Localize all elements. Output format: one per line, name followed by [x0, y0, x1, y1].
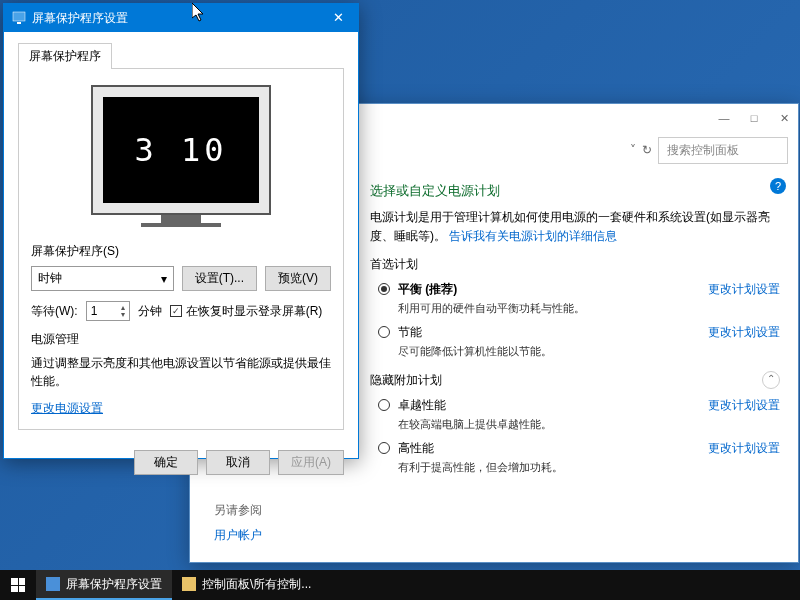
windows-logo-icon	[11, 578, 25, 592]
refresh-icon[interactable]: ↻	[642, 143, 652, 157]
dropdown-icon[interactable]: ˅	[630, 143, 636, 157]
screensaver-preview: 3 10	[81, 85, 281, 227]
resume-logon-checkbox[interactable]: ✓ 在恢复时显示登录屏幕(R)	[170, 303, 323, 320]
minimize-button[interactable]: —	[718, 112, 730, 124]
see-also-label: 另请参阅	[214, 502, 262, 519]
maximize-button[interactable]: □	[748, 112, 760, 124]
plan-name: 平衡 (推荐)	[398, 281, 708, 298]
apply-button[interactable]: 应用(A)	[278, 450, 344, 475]
power-plan-row: 高性能 有利于提高性能，但会增加功耗。 更改计划设置	[378, 440, 780, 475]
preview-button[interactable]: 预览(V)	[265, 266, 331, 291]
plan-name: 高性能	[398, 440, 708, 457]
titlebar[interactable]: 屏幕保护程序设置 ✕	[4, 4, 358, 32]
app-icon	[12, 11, 26, 25]
screensaver-select[interactable]: 时钟 ▾	[31, 266, 174, 291]
checkbox-icon: ✓	[170, 305, 182, 317]
taskbar-item-screensaver[interactable]: 屏幕保护程序设置	[36, 570, 172, 600]
wait-label: 等待(W):	[31, 303, 78, 320]
wait-unit-label: 分钟	[138, 303, 162, 320]
plan-radio[interactable]	[378, 283, 390, 295]
page-heading: 选择或自定义电源计划	[370, 182, 780, 200]
watermark: Yuucn.com	[720, 548, 790, 564]
change-plan-link[interactable]: 更改计划设置	[708, 397, 780, 414]
power-management-description: 通过调整显示亮度和其他电源设置以节省能源或提供最佳性能。	[31, 354, 331, 390]
preferred-plans-label: 首选计划	[370, 256, 780, 273]
dialog-title: 屏幕保护程序设置	[32, 10, 318, 27]
plan-radio[interactable]	[378, 326, 390, 338]
plan-description: 利用可用的硬件自动平衡功耗与性能。	[398, 301, 708, 316]
chevron-down-icon: ▾	[161, 272, 167, 286]
settings-button[interactable]: 设置(T)...	[182, 266, 257, 291]
change-plan-link[interactable]: 更改计划设置	[708, 440, 780, 457]
power-plan-row: 平衡 (推荐) 利用可用的硬件自动平衡功耗与性能。 更改计划设置	[378, 281, 780, 316]
folder-icon	[182, 577, 196, 591]
wait-minutes-stepper[interactable]: 1 ▴▾	[86, 301, 130, 321]
plan-radio[interactable]	[378, 442, 390, 454]
taskbar-item-control-panel[interactable]: 控制面板\所有控制...	[172, 570, 321, 600]
app-icon	[46, 577, 60, 591]
change-plan-link[interactable]: 更改计划设置	[708, 281, 780, 298]
plan-radio[interactable]	[378, 399, 390, 411]
preview-display: 3 10	[103, 97, 259, 203]
plan-name: 节能	[398, 324, 708, 341]
search-input[interactable]: 搜索控制面板	[658, 137, 788, 164]
power-management-label: 电源管理	[31, 331, 331, 348]
plan-description: 有利于提高性能，但会增加功耗。	[398, 460, 708, 475]
see-also-section: 另请参阅 用户帐户	[214, 502, 262, 544]
change-power-settings-link[interactable]: 更改电源设置	[31, 401, 103, 415]
collapse-icon[interactable]: ⌃	[762, 371, 780, 389]
close-button[interactable]: ✕	[318, 4, 358, 32]
svg-rect-1	[17, 22, 21, 24]
taskbar: 屏幕保护程序设置 控制面板\所有控制...	[0, 570, 800, 600]
plan-description: 在较高端电脑上提供卓越性能。	[398, 417, 708, 432]
change-plan-link[interactable]: 更改计划设置	[708, 324, 780, 341]
power-plan-row: 节能 尽可能降低计算机性能以节能。 更改计划设置	[378, 324, 780, 359]
power-plan-row: 卓越性能 在较高端电脑上提供卓越性能。 更改计划设置	[378, 397, 780, 432]
start-button[interactable]	[0, 570, 36, 600]
hidden-plans-label: 隐藏附加计划	[370, 372, 442, 389]
more-info-link[interactable]: 告诉我有关电源计划的详细信息	[449, 229, 617, 243]
plan-description: 尽可能降低计算机性能以节能。	[398, 344, 708, 359]
screensaver-settings-dialog: 屏幕保护程序设置 ✕ 屏幕保护程序 3 10 屏幕保护程序(S) 时钟 ▾ 设置…	[3, 3, 359, 459]
user-accounts-link[interactable]: 用户帐户	[214, 527, 262, 544]
close-button[interactable]: ✕	[778, 112, 790, 125]
svg-rect-0	[13, 12, 25, 21]
tab-screensaver[interactable]: 屏幕保护程序	[18, 43, 112, 69]
cancel-button[interactable]: 取消	[206, 450, 270, 475]
ok-button[interactable]: 确定	[134, 450, 198, 475]
page-description: 电源计划是用于管理计算机如何使用电源的一套硬件和系统设置(如显示器亮度、睡眠等)…	[370, 208, 780, 246]
help-icon[interactable]: ?	[770, 178, 786, 194]
screensaver-group-label: 屏幕保护程序(S)	[31, 243, 331, 260]
plan-name: 卓越性能	[398, 397, 708, 414]
